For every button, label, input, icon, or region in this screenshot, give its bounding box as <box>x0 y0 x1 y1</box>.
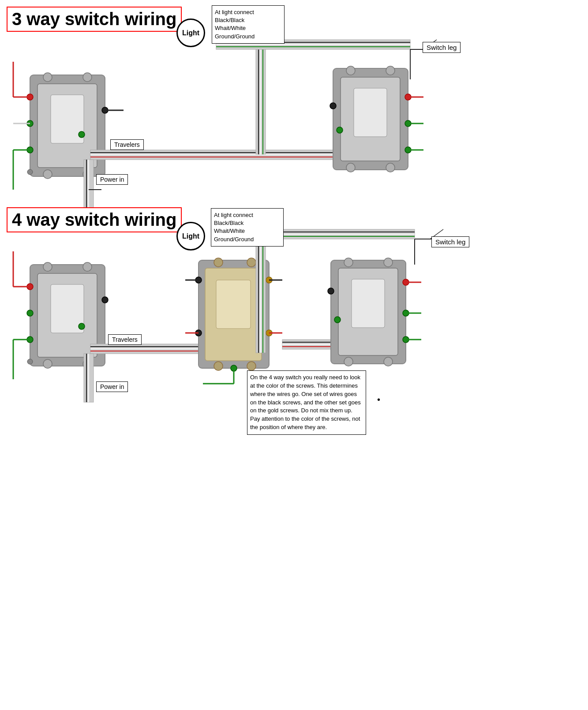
light-circle-3way: Light <box>176 19 205 47</box>
switch-leg-label-3way: Switch leg <box>423 42 461 53</box>
svg-point-12 <box>79 131 85 138</box>
svg-point-41 <box>386 163 395 172</box>
svg-rect-109 <box>352 279 385 328</box>
wiring-diagram-svg <box>0 0 588 710</box>
svg-point-81 <box>247 258 256 267</box>
svg-rect-79 <box>216 280 251 329</box>
svg-point-80 <box>214 258 223 267</box>
light-note-4way: At light connect Black/Black Whait/White… <box>211 208 284 247</box>
svg-point-57 <box>83 262 92 271</box>
svg-point-64 <box>27 359 33 364</box>
svg-point-111 <box>384 258 393 267</box>
svg-point-61 <box>27 310 33 316</box>
svg-point-118 <box>334 317 341 323</box>
svg-point-3 <box>43 73 52 82</box>
power-in-label-3way: Power in <box>96 174 128 185</box>
svg-point-56 <box>43 262 52 271</box>
travelers-label-3way: Travelers <box>110 139 144 150</box>
svg-point-112 <box>344 357 353 366</box>
svg-point-65 <box>79 323 85 329</box>
title-3way: 3 way switch wiring <box>7 7 182 32</box>
svg-point-83 <box>247 362 256 370</box>
title-4way: 4 way switch wiring <box>7 207 182 232</box>
svg-point-46 <box>337 127 343 133</box>
light-circle-4way: Light <box>176 222 205 250</box>
svg-point-5 <box>43 170 52 179</box>
svg-point-58 <box>43 359 52 368</box>
svg-point-4 <box>83 73 92 82</box>
light-note-3way: At light connect Black/Black Whait/White… <box>212 5 285 44</box>
svg-point-40 <box>346 163 355 172</box>
svg-point-110 <box>344 258 353 267</box>
svg-point-38 <box>346 66 355 75</box>
svg-point-82 <box>214 362 223 370</box>
svg-point-117 <box>328 288 334 294</box>
svg-point-113 <box>384 357 393 366</box>
svg-point-39 <box>386 66 395 75</box>
dot-label: • <box>377 395 380 405</box>
4way-note-box: On the 4 way switch you really need to l… <box>247 370 366 435</box>
switch-leg-label-4way: Switch leg <box>431 236 469 247</box>
power-in-label-4way: Power in <box>96 381 128 392</box>
svg-point-45 <box>330 103 336 109</box>
diagram-container: 3 way switch wiring 4 way switch wiring … <box>0 0 588 710</box>
travelers-label-4way: Travelers <box>108 334 142 345</box>
svg-point-63 <box>102 297 108 303</box>
svg-rect-37 <box>354 88 387 137</box>
svg-point-11 <box>27 169 33 175</box>
